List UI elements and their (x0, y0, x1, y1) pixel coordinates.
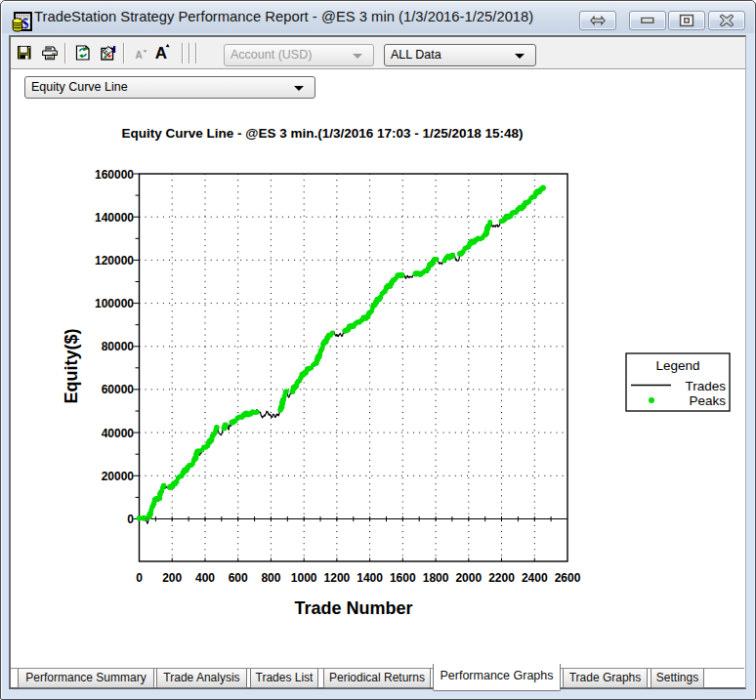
svg-text:160000: 160000 (95, 168, 134, 182)
svg-text:20000: 20000 (102, 470, 135, 483)
svg-text:200: 200 (162, 571, 182, 585)
svg-text:0: 0 (127, 513, 134, 526)
svg-text:Peaks: Peaks (689, 393, 726, 408)
svg-text:Trade Number: Trade Number (294, 598, 412, 618)
svg-text:2600: 2600 (555, 571, 581, 585)
svg-text:600: 600 (229, 571, 248, 585)
svg-text:100000: 100000 (95, 297, 134, 310)
svg-text:$: $ (22, 17, 29, 31)
svg-text:2400: 2400 (522, 571, 548, 585)
svg-text:Equity($): Equity($) (62, 328, 81, 403)
svg-text:0: 0 (136, 571, 143, 585)
svg-text:120000: 120000 (95, 254, 134, 268)
svg-text:2200: 2200 (488, 571, 515, 585)
svg-text:Legend: Legend (655, 358, 699, 373)
svg-text:800: 800 (261, 571, 280, 585)
svg-text:2000: 2000 (455, 571, 482, 585)
svg-text:60000: 60000 (102, 383, 135, 396)
svg-text:1800: 1800 (423, 571, 449, 585)
svg-text:Trades: Trades (685, 379, 726, 393)
svg-text:1600: 1600 (390, 571, 416, 585)
svg-text:1200: 1200 (324, 571, 351, 585)
svg-text:1400: 1400 (357, 571, 383, 585)
svg-text:140000: 140000 (95, 211, 134, 225)
svg-text:40000: 40000 (102, 427, 135, 440)
svg-text:Equity Curve Line - @ES 3 min.: Equity Curve Line - @ES 3 min.(1/3/2016 … (122, 126, 524, 141)
svg-text:80000: 80000 (102, 340, 135, 353)
svg-text:400: 400 (195, 571, 215, 585)
svg-text:1000: 1000 (291, 571, 317, 585)
